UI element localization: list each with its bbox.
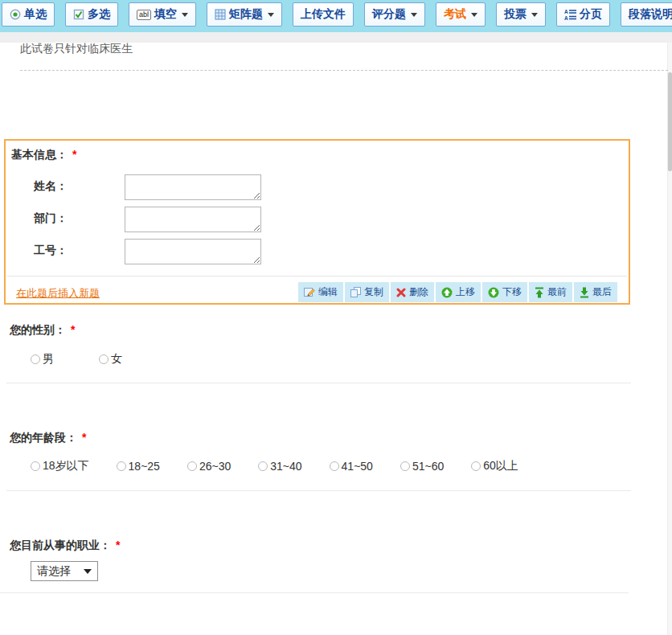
radio-icon[interactable] xyxy=(400,461,410,471)
option-label: 男 xyxy=(43,352,54,367)
action-label: 编辑 xyxy=(318,285,338,299)
toolbar-button-rating[interactable]: 评分题 xyxy=(364,2,425,27)
move-up-icon xyxy=(441,287,453,298)
radio-icon[interactable] xyxy=(258,461,268,471)
question-separator xyxy=(6,383,631,383)
option-label: 31~40 xyxy=(270,460,301,473)
radio-option-male[interactable]: 男 xyxy=(31,352,54,367)
toolbar-button-single-choice[interactable]: 单选 xyxy=(2,2,55,27)
toolbar-button-label: 填空 xyxy=(154,7,177,22)
radio-icon[interactable] xyxy=(187,461,197,471)
option-label: 60以上 xyxy=(483,459,518,473)
toolbar-button-label: 段落说明 xyxy=(629,7,672,22)
question-title-text: 您的性别： xyxy=(10,323,66,338)
edit-button[interactable]: 编辑 xyxy=(298,282,343,302)
action-label: 删除 xyxy=(409,285,428,299)
svg-text:A: A xyxy=(564,15,568,21)
chevron-down-icon xyxy=(84,569,92,574)
option-label: 26~30 xyxy=(199,460,231,473)
checkbox-icon xyxy=(73,9,84,20)
vertical-scrollbar-track[interactable] xyxy=(667,43,672,635)
question-action-bar: 编辑 复制 删除 上移 下移 xyxy=(298,282,617,302)
option-label: 18岁以下 xyxy=(43,459,89,473)
radio-icon[interactable] xyxy=(471,461,481,471)
toolbar-button-label: 考试 xyxy=(444,7,466,22)
option-label: 41~50 xyxy=(342,460,373,473)
move-last-icon xyxy=(580,287,589,298)
occupation-select[interactable]: 请选择 xyxy=(31,561,98,581)
move-down-icon xyxy=(488,287,499,298)
question-title-occupation: 您目前从事的职业： * xyxy=(10,539,120,553)
action-label: 下移 xyxy=(502,285,522,299)
toolbar-button-paging[interactable]: AA 分页 xyxy=(556,2,610,27)
radio-option-age-51-60[interactable]: 51~60 xyxy=(400,460,444,473)
toolbar-button-label: 上传文件 xyxy=(301,7,346,22)
move-down-button[interactable]: 下移 xyxy=(482,282,527,302)
action-label: 最后 xyxy=(592,285,612,299)
radio-option-age-31-40[interactable]: 31~40 xyxy=(258,460,301,473)
radio-option-female[interactable]: 女 xyxy=(99,352,122,367)
radio-icon[interactable] xyxy=(31,461,40,471)
question-title-text: 您的年龄段： xyxy=(10,431,77,445)
move-last-button[interactable]: 最后 xyxy=(574,282,617,302)
toolbar-button-matrix[interactable]: 矩阵题 xyxy=(207,2,282,27)
paging-icon: AA xyxy=(564,9,576,20)
action-label: 最前 xyxy=(547,285,567,299)
move-first-button[interactable]: 最前 xyxy=(529,282,572,302)
delete-button[interactable]: 删除 xyxy=(391,282,434,302)
select-value: 请选择 xyxy=(37,564,71,579)
option-label: 女 xyxy=(111,352,122,367)
radio-icon xyxy=(10,9,21,20)
required-asterisk: * xyxy=(82,431,86,444)
toolbar-button-upload-file[interactable]: 上传文件 xyxy=(293,2,354,27)
radio-option-age-under18[interactable]: 18岁以下 xyxy=(31,459,89,473)
field-label-employee-id: 工号： xyxy=(34,244,68,258)
department-field[interactable] xyxy=(125,207,261,232)
required-asterisk: * xyxy=(116,539,120,551)
selected-question-basic-info[interactable]: 基本信息： * 姓名： 部门： 工号： 在此题后插入新题 编辑 复制 删除 xyxy=(4,139,630,305)
insert-question-after-link[interactable]: 在此题后插入新题 xyxy=(16,286,100,301)
copy-button[interactable]: 复制 xyxy=(345,282,389,302)
question-type-toolbar: 单选 多选 abl 填空 矩阵题 上传文件 评分题 考试 投票 AA xyxy=(0,0,672,32)
required-asterisk: * xyxy=(72,148,76,161)
toolbar-button-label: 矩阵题 xyxy=(229,7,263,22)
question-separator xyxy=(6,490,631,491)
chevron-down-icon xyxy=(471,13,477,17)
radio-icon[interactable] xyxy=(117,461,126,471)
toolbar-button-exam[interactable]: 考试 xyxy=(436,2,486,27)
action-label: 复制 xyxy=(364,285,383,299)
toolbar-button-paragraph-note[interactable]: 段落说明 xyxy=(621,2,672,27)
toolbar-button-multi-choice[interactable]: 多选 xyxy=(65,2,118,27)
radio-option-age-26-30[interactable]: 26~30 xyxy=(187,460,231,473)
name-field[interactable] xyxy=(125,174,261,200)
toolbar-button-vote[interactable]: 投票 xyxy=(496,2,546,27)
move-up-button[interactable]: 上移 xyxy=(436,282,481,302)
toolbar-button-label: 投票 xyxy=(504,7,527,22)
radio-icon[interactable] xyxy=(99,354,109,364)
field-label-name: 姓名： xyxy=(34,179,68,194)
question-footer-divider xyxy=(7,276,627,277)
chevron-down-icon xyxy=(531,13,538,17)
radio-option-age-41-50[interactable]: 41~50 xyxy=(330,460,373,473)
survey-description: 此试卷只针对临床医生 xyxy=(20,42,133,56)
matrix-icon xyxy=(215,9,226,20)
svg-text:A: A xyxy=(564,9,568,14)
question-title-text: 您目前从事的职业： xyxy=(10,539,111,553)
abl-icon: abl xyxy=(137,10,151,20)
radio-option-age-over60[interactable]: 60以上 xyxy=(471,459,518,473)
option-label: 18~25 xyxy=(129,460,160,473)
chevron-down-icon xyxy=(182,13,188,17)
toolbar-button-fill-blank[interactable]: abl 填空 xyxy=(129,2,196,27)
vertical-scrollbar-thumb[interactable] xyxy=(668,72,672,171)
radio-icon[interactable] xyxy=(330,461,339,471)
toolbar-button-label: 单选 xyxy=(24,7,47,22)
employee-id-field[interactable] xyxy=(125,239,261,264)
gender-options-row: 男 女 xyxy=(31,352,122,367)
question-separator xyxy=(0,592,629,593)
radio-icon[interactable] xyxy=(31,354,40,364)
action-label: 上移 xyxy=(456,285,475,299)
field-label-department: 部门： xyxy=(34,211,68,226)
radio-option-age-18-25[interactable]: 18~25 xyxy=(117,460,160,473)
toolbar-button-label: 评分题 xyxy=(372,7,406,22)
required-asterisk: * xyxy=(71,323,75,336)
